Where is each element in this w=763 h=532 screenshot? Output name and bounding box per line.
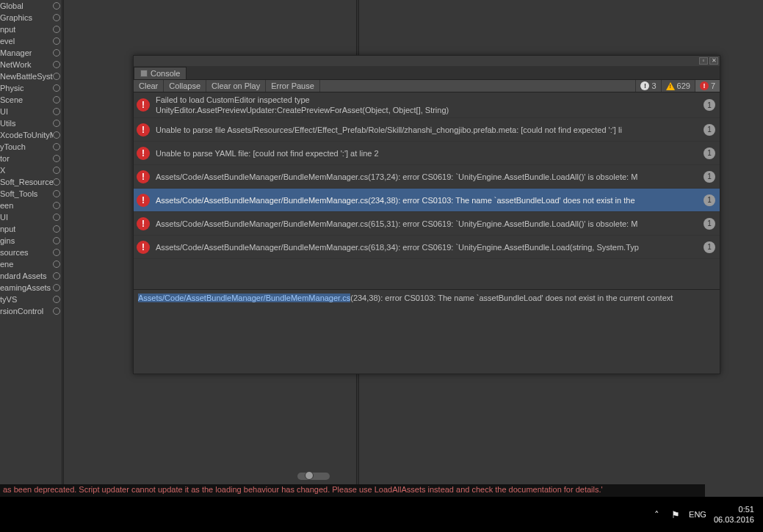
error-icon: ! (137, 123, 150, 136)
folder-state-icon (53, 190, 60, 197)
error-count-toggle[interactable]: ! 7 (695, 80, 720, 92)
sidebar-item-label: UI (0, 213, 8, 222)
sidebar-item[interactable]: eamingAssets (0, 282, 62, 294)
folder-state-icon (53, 178, 60, 186)
folder-state-icon (53, 37, 60, 45)
console-tab-label: Console (151, 69, 180, 78)
console-entry-list: !Failed to load CustomEditor inspected t… (134, 92, 720, 289)
sidebar-item[interactable]: UI (0, 211, 62, 223)
folder-state-icon (53, 272, 60, 280)
console-toolbar: Clear Collapse Clear on Play Error Pause… (134, 79, 720, 92)
detail-rest: (234,38): error CS0103: The name `assetB… (350, 294, 673, 302)
sidebar-item-label: Scene (0, 95, 23, 104)
sidebar-item[interactable]: sources (0, 247, 62, 258)
sidebar-item[interactable]: Soft_Tools (0, 188, 62, 200)
sidebar-item[interactable]: XcodeToUnityMs (0, 129, 62, 141)
clear-button[interactable]: Clear (134, 80, 164, 92)
folder-state-icon (53, 284, 60, 291)
console-entry[interactable]: !Assets/Code/AssetBundleManager/BundleMe… (134, 189, 720, 212)
minimize-button[interactable]: ▫ (699, 57, 708, 65)
console-window: ▫ ✕ Console Clear Collapse Clear on Play… (133, 55, 720, 374)
language-indicator[interactable]: ENG (689, 510, 706, 519)
sidebar-item-label: ene (0, 260, 13, 269)
console-entry-text: Unable to parse file Assets/Resources/Ef… (156, 125, 715, 135)
close-button[interactable]: ✕ (709, 57, 718, 65)
folder-state-icon (53, 108, 60, 115)
sidebar-item[interactable]: UI (0, 106, 62, 117)
console-entry-count: 1 (704, 124, 715, 136)
error-icon: ! (137, 194, 150, 207)
info-icon: ! (640, 81, 649, 90)
windows-taskbar: ˄ ⚑ ENG 0:51 06.03.2016 (0, 497, 763, 532)
console-entry[interactable]: !Assets/Code/AssetBundleManager/BundleMe… (134, 236, 720, 259)
folder-state-icon (53, 167, 60, 174)
folder-state-icon (53, 14, 60, 21)
clear-on-play-button[interactable]: Clear on Play (206, 80, 266, 92)
sidebar-item-label: Soft_Resources (0, 178, 53, 186)
info-count-toggle[interactable]: ! 3 (635, 80, 660, 92)
sidebar-item-label: Graphics (0, 13, 32, 22)
console-entry[interactable]: !Unable to parse file Assets/Resources/E… (134, 118, 720, 142)
sidebar-item[interactable]: rsionControl (0, 305, 62, 317)
console-entry[interactable]: !Unable to parse YAML file: [could not f… (134, 142, 720, 165)
sidebar-item-label: XcodeToUnityMs (0, 131, 53, 139)
sidebar-item[interactable]: yTouch (0, 141, 62, 153)
sidebar-item-label: gins (0, 236, 15, 245)
sidebar-item[interactable]: tyVS (0, 294, 62, 305)
console-window-titlebar[interactable]: ▫ ✕ (134, 56, 720, 66)
error-pause-button[interactable]: Error Pause (266, 80, 320, 92)
clock[interactable]: 0:51 06.03.2016 (714, 504, 754, 525)
sidebar-item[interactable]: een (0, 200, 62, 211)
tray-flag-icon[interactable]: ⚑ (670, 509, 681, 520)
sidebar-item-label: sources (0, 248, 29, 257)
vertical-divider[interactable] (62, 0, 64, 484)
warn-count-toggle[interactable]: 629 (661, 80, 695, 92)
console-entry-count: 1 (704, 171, 715, 183)
sidebar-item[interactable]: nput (0, 223, 62, 235)
console-tab[interactable]: Console (134, 67, 187, 79)
tray-chevron-icon[interactable]: ˄ (651, 509, 662, 520)
sidebar-item[interactable]: Utils (0, 117, 62, 129)
sidebar-item[interactable]: ndard Assets (0, 270, 62, 282)
console-entry-text: Assets/Code/AssetBundleManager/BundleMem… (156, 219, 715, 229)
sidebar-item[interactable]: Scene (0, 94, 62, 106)
console-entry-count: 1 (704, 241, 715, 253)
sidebar-item[interactable]: Physic (0, 82, 62, 94)
sidebar-item[interactable]: tor (0, 153, 62, 164)
zoom-slider-area (65, 470, 354, 484)
sidebar-item[interactable]: NewBattleSyste (0, 70, 62, 82)
sidebar-item[interactable]: gins (0, 235, 62, 247)
sidebar-item[interactable]: Global (0, 0, 62, 12)
folder-state-icon (53, 237, 60, 244)
info-count: 3 (651, 81, 656, 90)
console-tab-icon (140, 70, 148, 77)
sidebar-item[interactable]: Graphics (0, 12, 62, 23)
console-entry[interactable]: !Failed to load CustomEditor inspected t… (134, 92, 720, 118)
console-entry[interactable]: !Assets/Code/AssetBundleManager/BundleMe… (134, 165, 720, 189)
sidebar-item-label: tyVS (0, 295, 17, 304)
sidebar-item-label: nput (0, 225, 15, 233)
sidebar-item-label: Soft_Tools (0, 189, 37, 198)
status-bar-error[interactable]: as been deprecated. Script updater canno… (0, 484, 705, 497)
detail-file-link[interactable]: Assets/Code/AssetBundleManager/BundleMem… (138, 294, 350, 302)
slider-knob[interactable] (305, 471, 314, 480)
folder-state-icon (53, 155, 60, 162)
sidebar-item[interactable]: evel (0, 35, 62, 47)
console-entry-text: Assets/Code/AssetBundleManager/BundleMem… (156, 172, 715, 182)
sidebar-item[interactable]: ene (0, 258, 62, 270)
error-icon: ! (137, 147, 150, 160)
console-entry[interactable]: !Assets/Code/AssetBundleManager/BundleMe… (134, 212, 720, 236)
console-entry-count: 1 (704, 147, 715, 159)
collapse-button[interactable]: Collapse (164, 80, 206, 92)
sidebar-item[interactable]: Soft_Resources (0, 176, 62, 188)
sidebar-item-label: nput (0, 25, 15, 34)
console-entry-count: 1 (704, 99, 715, 111)
slider-track (297, 473, 330, 480)
folder-state-icon (53, 84, 60, 92)
sidebar-item[interactable]: Manager (0, 47, 62, 59)
sidebar-item[interactable]: X (0, 164, 62, 176)
folder-state-icon (53, 131, 60, 139)
sidebar-item[interactable]: nput (0, 23, 62, 35)
sidebar-item[interactable]: NetWork (0, 59, 62, 70)
console-entry-text: Failed to load CustomEditor inspected ty… (156, 95, 715, 115)
